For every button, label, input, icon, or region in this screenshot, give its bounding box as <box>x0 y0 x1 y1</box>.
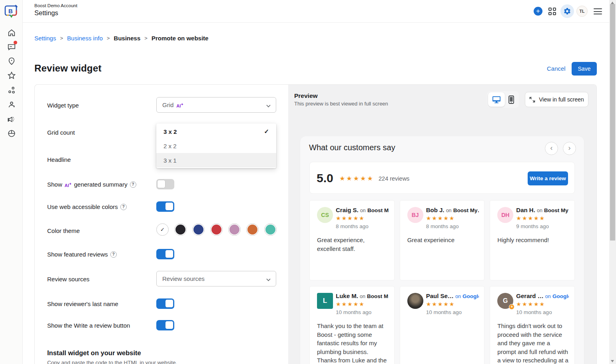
gear-icon <box>563 7 571 15</box>
help-icon[interactable]: ? <box>120 204 127 210</box>
scrollbar[interactable] <box>609 0 616 364</box>
widget-type-value: Grid <box>162 101 173 108</box>
carousel-next-button[interactable]: › <box>563 142 576 155</box>
show-ai-summary-label: Show AI✦ generated summary ? <box>47 181 136 188</box>
review-time: 10 months ago <box>516 309 552 315</box>
review-sources-value: Review sources <box>162 275 205 282</box>
breadcrumb-separator: > <box>107 35 110 41</box>
chevron-right-icon: › <box>568 144 571 152</box>
connections-icon[interactable] <box>7 86 16 95</box>
review-card: BJ Bob J. on Boost My… ★★★★★ 8 months ag… <box>400 200 485 280</box>
menu-item-3x2[interactable]: 3 x 2 ✓ <box>156 124 276 139</box>
add-button[interactable]: + <box>534 7 542 16</box>
widget-type-select[interactable]: Grid AI✦ <box>156 97 276 113</box>
reviewer-name: Paul Se… <box>426 292 454 299</box>
reviewer-name: Craig S. <box>336 207 359 213</box>
web-accessible-colors-toggle[interactable] <box>156 201 174 212</box>
hamburger-menu-icon[interactable] <box>594 8 602 14</box>
desktop-icon <box>492 96 501 103</box>
home-icon[interactable] <box>7 28 16 37</box>
web-accessible-colors-label: Use web accessible colors ? <box>47 203 127 210</box>
review-text: Highly recommend! <box>497 236 569 245</box>
show-featured-toggle[interactable] <box>156 249 174 259</box>
review-card: DH Dan H. on Boost My… ★★★★★ 9 months ag… <box>490 200 575 280</box>
cancel-button[interactable]: Cancel <box>547 65 566 72</box>
review-time: 8 months ago <box>336 223 369 229</box>
chevron-down-icon <box>266 103 270 107</box>
review-time: 10 months ago <box>426 309 462 315</box>
preview-pane: Preview This preview is best viewed in f… <box>288 85 597 364</box>
preview-title: Preview <box>294 92 318 99</box>
marketing-icon[interactable] <box>7 115 16 123</box>
widget-type-label: Widget type <box>47 102 79 109</box>
carousel-prev-button[interactable]: ‹ <box>545 142 558 155</box>
color-theme-label: Color theme <box>47 227 80 234</box>
average-rating: 5.0 <box>317 171 333 185</box>
grid-count-menu: 3 x 2 ✓ 2 x 2 3 x 1 <box>156 123 276 168</box>
settings-gear-button[interactable] <box>560 4 574 18</box>
breadcrumb-settings[interactable]: Settings <box>34 35 56 42</box>
show-write-button-label: Show the Write a review button <box>47 322 130 329</box>
contacts-icon[interactable] <box>7 100 16 109</box>
rating-summary-card: 5.0 ★★★★★ 224 reviews Write a review <box>309 162 575 194</box>
review-text: Great experieince <box>407 236 479 245</box>
save-button[interactable]: Save <box>572 62 597 76</box>
breadcrumb: Settings > Business info > Business > Pr… <box>34 35 208 42</box>
review-stars: ★★★★★ <box>516 301 545 307</box>
chevron-left-icon: ‹ <box>550 144 553 152</box>
location-icon[interactable] <box>7 57 16 66</box>
view-fullscreen-button[interactable]: View in full screen <box>525 92 588 107</box>
reviewer-name: Gerard … <box>516 292 543 299</box>
scrollbar-thumb[interactable] <box>610 4 615 241</box>
show-write-button-toggle[interactable] <box>156 320 174 330</box>
reviewer-name: Luke M. <box>336 292 358 299</box>
desktop-view-button[interactable] <box>488 92 505 107</box>
color-swatch-teal[interactable] <box>264 223 277 236</box>
sidebar: B <box>0 0 23 364</box>
scroll-down-arrow[interactable] <box>611 360 614 362</box>
reviews-count: 224 reviews <box>379 175 409 182</box>
color-swatch-white-selected[interactable]: ✓ <box>156 223 169 236</box>
review-source: Google <box>552 293 569 299</box>
avatar: G+ <box>497 293 513 309</box>
apps-grid-icon[interactable] <box>548 8 556 15</box>
menu-item-2x2[interactable]: 2 x 2 <box>156 139 276 153</box>
check-icon: ✓ <box>160 227 165 233</box>
grid-count-label: Grid count <box>47 129 75 136</box>
color-theme-swatches: ✓ <box>156 223 277 236</box>
show-last-name-toggle[interactable] <box>156 298 174 309</box>
header-section-title: Settings <box>34 9 58 17</box>
show-ai-summary-toggle[interactable] <box>156 179 174 189</box>
expand-icon <box>529 97 535 103</box>
breadcrumb-business[interactable]: Business <box>114 35 141 42</box>
review-stars: ★★★★★ <box>336 215 365 221</box>
review-sources-select[interactable]: Review sources <box>156 271 276 286</box>
color-swatch-red[interactable] <box>210 223 223 236</box>
help-icon[interactable]: ? <box>110 251 117 258</box>
messages-icon[interactable] <box>7 42 16 51</box>
color-swatch-orange[interactable] <box>246 223 259 236</box>
review-stars: ★★★★★ <box>426 215 455 221</box>
widget-headline: What our customers say <box>309 143 395 152</box>
help-icon[interactable]: ? <box>130 181 136 188</box>
review-text: Things didn't work out to proceed with t… <box>497 322 569 364</box>
write-review-button[interactable]: Write a review <box>528 171 568 185</box>
reviews-star-icon[interactable] <box>7 71 16 80</box>
review-time: 9 months ago <box>516 223 549 229</box>
mobile-view-button[interactable] <box>505 95 518 104</box>
boost-logo[interactable]: B <box>4 4 19 18</box>
review-stars: ★★★★★ <box>426 301 455 307</box>
color-swatch-black[interactable] <box>174 223 187 236</box>
review-text: Great experience, excellent staff. <box>317 236 389 253</box>
color-swatch-navy[interactable] <box>192 223 205 236</box>
color-swatch-mauve[interactable] <box>228 223 241 236</box>
breadcrumb-business-info[interactable]: Business info <box>67 35 103 42</box>
insights-icon[interactable] <box>7 129 16 138</box>
user-avatar[interactable]: TL <box>576 6 588 17</box>
install-widget-title: Install widget on your website <box>47 349 141 357</box>
show-last-name-label: Show reviewer's last name <box>47 300 118 307</box>
menu-item-3x1[interactable]: 3 x 1 <box>156 153 276 167</box>
headline-label: Headline <box>47 156 71 163</box>
app-root: B Boost Demo Account Settin <box>0 0 616 364</box>
ai-icon: AI✦ <box>176 103 183 108</box>
